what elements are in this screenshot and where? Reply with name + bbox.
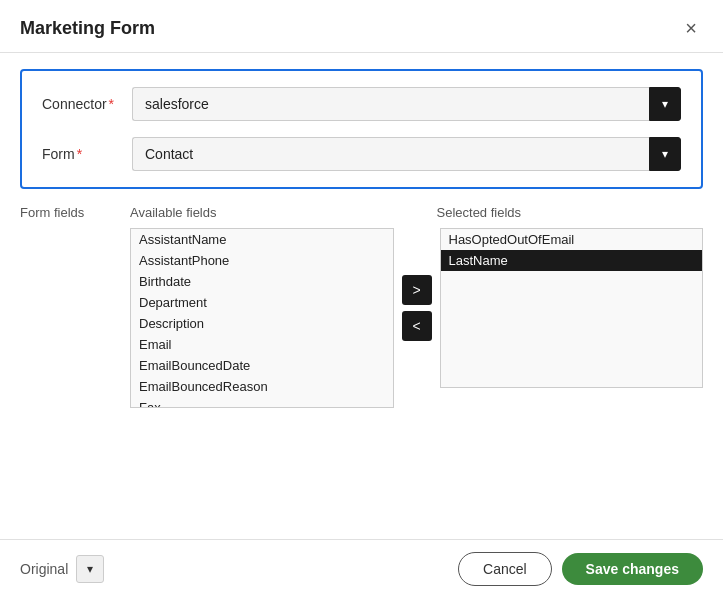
cancel-button[interactable]: Cancel [458, 552, 552, 586]
form-fields-col-label: Form fields [20, 205, 130, 220]
list-item[interactable]: LastName [441, 250, 703, 271]
close-button[interactable]: × [679, 16, 703, 40]
arrow-buttons: > < [394, 228, 440, 388]
available-col-label: Available fields [130, 205, 397, 220]
list-item[interactable]: Fax [131, 397, 393, 408]
list-item[interactable]: Description [131, 313, 393, 334]
form-fields-section: Form fields Available fields Selected fi… [20, 205, 703, 408]
form-select-wrapper: Contact ▾ [132, 137, 681, 171]
form-row: Form* Contact ▾ [42, 137, 681, 171]
original-label: Original [20, 561, 68, 577]
list-item[interactable]: HasOptedOutOfEmail [441, 229, 703, 250]
move-right-button[interactable]: > [402, 275, 432, 305]
selected-col-label: Selected fields [437, 205, 704, 220]
list-item[interactable]: Birthdate [131, 271, 393, 292]
connector-chevron-icon[interactable]: ▾ [649, 87, 681, 121]
outlined-section: Connector* salesforce ▾ Form* Contact ▾ [20, 69, 703, 189]
selected-fields-list[interactable]: HasOptedOutOfEmailLastName [440, 228, 704, 388]
marketing-form-modal: Marketing Form × Connector* salesforce ▾… [0, 0, 723, 598]
form-fields-header: Form fields Available fields Selected fi… [20, 205, 703, 220]
available-fields-list[interactable]: AssistantNameAssistantPhoneBirthdateDepa… [130, 228, 394, 408]
footer-left: Original ▾ [20, 555, 104, 583]
list-item[interactable]: EmailBouncedReason [131, 376, 393, 397]
list-item[interactable]: EmailBouncedDate [131, 355, 393, 376]
list-item[interactable]: Email [131, 334, 393, 355]
modal-body: Connector* salesforce ▾ Form* Contact ▾ [0, 53, 723, 539]
footer-chevron-button[interactable]: ▾ [76, 555, 104, 583]
connector-label: Connector* [42, 96, 132, 112]
list-item[interactable]: AssistantPhone [131, 250, 393, 271]
fields-row: AssistantNameAssistantPhoneBirthdateDepa… [20, 228, 703, 408]
connector-select-wrapper: salesforce ▾ [132, 87, 681, 121]
connector-row: Connector* salesforce ▾ [42, 87, 681, 121]
modal-title: Marketing Form [20, 18, 155, 39]
modal-header: Marketing Form × [0, 0, 723, 53]
footer-right: Cancel Save changes [458, 552, 703, 586]
list-item[interactable]: Department [131, 292, 393, 313]
save-changes-button[interactable]: Save changes [562, 553, 703, 585]
list-item[interactable]: AssistantName [131, 229, 393, 250]
move-left-button[interactable]: < [402, 311, 432, 341]
form-chevron-icon[interactable]: ▾ [649, 137, 681, 171]
connector-value: salesforce [132, 87, 649, 121]
form-value: Contact [132, 137, 649, 171]
modal-footer: Original ▾ Cancel Save changes [0, 539, 723, 598]
form-label: Form* [42, 146, 132, 162]
